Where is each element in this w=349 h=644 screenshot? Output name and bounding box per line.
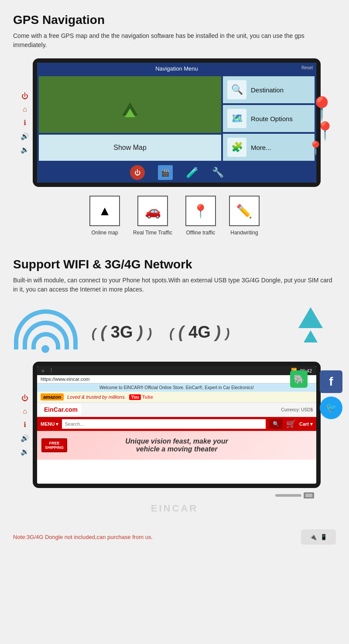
vol-down-side-btn[interactable]: 🔉 [21, 145, 29, 153]
gps-device-container: ⏻ ⌂ ℹ 🔊 🔉 Navigation Menu Reset [13, 58, 340, 187]
more-button[interactable]: 🧩 More... [223, 134, 315, 161]
browser-vol-down-btn[interactable]: 🔉 [21, 447, 29, 456]
wifi-description: Built-in wifi module, can connect to you… [13, 276, 336, 294]
nav-menu-title: Navigation Menu [155, 65, 198, 72]
gps-section: GPS Navigation Come with a free GPS map … [0, 0, 349, 249]
browser-power-btn[interactable]: ⏻ [21, 394, 28, 402]
browser-home-btn[interactable]: ⌂ [23, 407, 27, 415]
power-side-btn[interactable]: ⏻ [21, 92, 28, 100]
map-inner-arrow [125, 108, 135, 117]
browser-search-bar: MENU ▾ 🔍 🛒 Cart ▾ [37, 417, 316, 431]
gps-description: Come with a free GPS map and the the nav… [13, 31, 336, 50]
browser-side-buttons: ⏻ ⌂ ℹ 🔊 🔉 [21, 394, 29, 456]
watermark: EINCAR [13, 503, 336, 514]
home-side-btn[interactable]: ⌂ [23, 105, 27, 113]
online-map-label: Online map [91, 230, 118, 236]
browser-statusbar: ○ ⋮ 📶 06:42 [37, 366, 316, 375]
site-menu: Currency: USD$ [85, 404, 313, 415]
map-arrow [122, 102, 138, 115]
usb-connector [304, 492, 314, 498]
feature-icons-row: ▲ Online map 🚗 Real Time Traffic 📍 Offli… [13, 187, 336, 240]
usb-port [305, 494, 312, 497]
wifi-icons-row: ( ( 3G ) ) ( ( 4G ) ) [13, 303, 336, 362]
media-button[interactable]: 🎬 [158, 165, 173, 180]
note-section: Note:3G/4G Dongle not included,can purch… [0, 525, 349, 553]
gps-screen: Navigation Menu Reset [37, 63, 316, 183]
status-dots: ⋮ [49, 368, 54, 373]
nav-map-area: Show Map [39, 76, 221, 161]
wifi-title: Support WIFI & 3G/4G Network [13, 258, 336, 271]
more-label: More... [251, 144, 271, 151]
gps-title: GPS Navigation [13, 13, 336, 27]
note-text: Note:3G/4G Dongle not included,can purch… [13, 534, 292, 540]
facebook-icon[interactable]: f [320, 370, 342, 393]
menu-label[interactable]: MENU ▾ [41, 421, 58, 427]
welcome-banner: Welcome to EINCAR® Official Online Store… [37, 383, 316, 392]
site-logo-area: EinCar.com [41, 404, 81, 415]
side-buttons: ⏻ ⌂ ℹ 🔊 🔉 [21, 92, 29, 153]
route-options-label: Route Options [251, 115, 293, 122]
browser-info-btn[interactable]: ℹ [24, 420, 26, 429]
destination-label: Destination [251, 86, 284, 94]
currency-display: Currency: USD$ [281, 407, 313, 412]
3g-badge: ( ( 3G ) ) [92, 323, 152, 342]
browser-screen: ○ ⋮ 📶 06:42 https://www.eincar.com [37, 366, 316, 484]
wifi-arc-large [14, 309, 78, 349]
wifi-symbol [17, 312, 74, 353]
nav-header: Navigation Menu Reset [37, 63, 316, 75]
promo-line1: Unique vision feast, make your [46, 437, 308, 445]
handwriting-icon-box: ✏️ [229, 196, 260, 226]
usb-btn-icon2: 📱 [320, 534, 327, 540]
pin-large: 📍 [308, 97, 336, 120]
youtube-link[interactable]: You Tube [129, 394, 153, 400]
online-map-icon-box: ▲ [89, 196, 120, 226]
promo-banner: FREESHIPPING Unique vision feast, make y… [37, 431, 316, 460]
info-side-btn[interactable]: ℹ [24, 118, 26, 126]
location-pins: 📍 📍 📍 [308, 97, 336, 155]
usb-cable [275, 492, 314, 498]
free-shipping-badge: FREESHIPPING [41, 438, 67, 452]
browser-search-input[interactable] [62, 419, 265, 429]
browser-content: Welcome to EINCAR® Official Online Store… [37, 383, 316, 484]
url-text: https://www.eincar.com [41, 376, 90, 382]
offline-traffic-icon-box: 📍 [185, 196, 216, 226]
power-button[interactable]: ⏻ [130, 165, 145, 180]
realtime-traffic-icon-box: 🚗 [137, 196, 168, 226]
feature-realtime-traffic: 🚗 Real Time Traffic [133, 196, 172, 236]
destination-button[interactable]: 🔍 Destination [223, 76, 315, 103]
browser-vol-up-btn[interactable]: 🔊 [21, 434, 29, 442]
usb-purchase-button[interactable]: 🔌 📱 [301, 529, 336, 545]
wifi-section: Support WIFI & 3G/4G Network Built-in wi… [0, 249, 349, 525]
route-options-icon: 🗺️ [227, 109, 246, 128]
4g-badge: ( ( 4G ) ) [169, 323, 229, 342]
pin-medium: 📍 [314, 122, 336, 139]
vol-up-side-btn[interactable]: 🔊 [21, 132, 29, 140]
show-map-button[interactable]: Show Map [39, 135, 221, 161]
pin-small: 📍 [308, 142, 336, 155]
cart-label[interactable]: Cart ▾ [299, 421, 313, 427]
tools-icon: 🔧 [212, 167, 224, 178]
realtime-traffic-label: Real Time Traffic [133, 230, 172, 236]
feature-online-map: ▲ Online map [89, 196, 120, 236]
cart-icon[interactable]: 🛒 [286, 419, 296, 429]
nav-content: Show Map 🔍 Destination 🗺️ Route Options [37, 75, 316, 163]
handwriting-label: Handwriting [230, 230, 258, 236]
map-display [39, 76, 221, 133]
status-circle: ○ [41, 368, 44, 373]
eincar-tagline: Loved & trusted by millions. [67, 394, 126, 400]
route-options-button[interactable]: 🗺️ Route Options [223, 105, 315, 132]
usb-area [13, 488, 336, 501]
nav-bottom-bar: ⏻ 🎬 🧪 🔧 [37, 163, 316, 183]
reset-button[interactable]: Reset [301, 65, 313, 70]
browser-url-bar[interactable]: https://www.eincar.com [37, 375, 316, 383]
gps-device-outer: ⏻ ⌂ ℹ 🔊 🔉 Navigation Menu Reset [33, 58, 321, 187]
destination-icon: 🔍 [227, 80, 246, 99]
twitter-icon[interactable]: 🐦 [320, 397, 342, 419]
social-icons: f 🐦 [320, 370, 342, 419]
partner-bar: amazon Loved & trusted by millions. You … [37, 392, 316, 403]
more-icon: 🧩 [227, 138, 246, 157]
promo-line2: vehicle a moving theater [46, 445, 308, 453]
nav-menu-area: 🔍 Destination 🗺️ Route Options 🧩 More... [223, 76, 315, 161]
offline-traffic-label: Offline traffic [186, 230, 215, 236]
search-button[interactable]: 🔍 [269, 419, 283, 429]
